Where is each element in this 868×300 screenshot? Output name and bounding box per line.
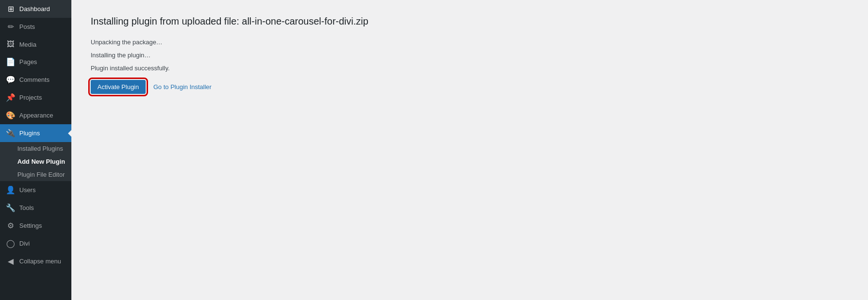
sidebar-item-label: Media	[19, 41, 36, 48]
collapse-icon: ◀	[6, 257, 15, 266]
sidebar-item-label: Posts	[19, 23, 35, 30]
sidebar-item-dashboard[interactable]: ⊞ Dashboard	[0, 0, 71, 18]
sidebar-item-users[interactable]: 👤 Users	[0, 181, 71, 199]
sidebar-item-settings[interactable]: ⚙ Settings	[0, 217, 71, 235]
sidebar-item-label: Pages	[19, 58, 37, 65]
plugins-submenu: Installed Plugins Add New Plugin Plugin …	[0, 142, 71, 181]
sidebar-item-appearance[interactable]: 🎨 Appearance	[0, 106, 71, 124]
sidebar-item-label: Users	[19, 186, 36, 194]
sidebar-item-label: Appearance	[19, 112, 53, 119]
log-line-3: Plugin installed successfully.	[91, 64, 849, 74]
submenu-installed-plugins[interactable]: Installed Plugins	[0, 142, 71, 155]
sidebar-item-label: Plugins	[19, 130, 40, 137]
settings-icon: ⚙	[6, 221, 15, 230]
users-icon: 👤	[6, 185, 15, 195]
tools-icon: 🔧	[6, 203, 15, 212]
action-row: Activate Plugin Go to Plugin Installer	[91, 80, 849, 94]
go-to-installer-link[interactable]: Go to Plugin Installer	[153, 83, 212, 91]
sidebar-item-label: Projects	[19, 94, 42, 101]
activate-plugin-button[interactable]: Activate Plugin	[91, 80, 146, 94]
sidebar-item-media[interactable]: 🖼 Media	[0, 36, 71, 53]
sidebar-item-label: Dashboard	[19, 5, 50, 13]
log-line-2: Installing the plugin…	[91, 51, 849, 61]
sidebar-item-divi[interactable]: ◯ Divi	[0, 235, 71, 252]
appearance-icon: 🎨	[6, 111, 15, 120]
plugins-icon: 🔌	[6, 129, 15, 138]
posts-icon: ✏	[6, 22, 15, 31]
sidebar-item-label: Collapse menu	[19, 258, 61, 265]
divi-icon: ◯	[6, 239, 15, 248]
sidebar-item-posts[interactable]: ✏ Posts	[0, 18, 71, 36]
sidebar-item-plugins[interactable]: 🔌 Plugins	[0, 124, 71, 142]
sidebar-item-label: Divi	[19, 240, 30, 247]
comments-icon: 💬	[6, 75, 15, 84]
sidebar-item-label: Tools	[19, 204, 34, 211]
main-content: Installing plugin from uploaded file: al…	[71, 0, 868, 300]
submenu-add-new-plugin[interactable]: Add New Plugin	[0, 155, 71, 168]
sidebar-item-pages[interactable]: 📄 Pages	[0, 53, 71, 71]
sidebar-item-tools[interactable]: 🔧 Tools	[0, 199, 71, 217]
media-icon: 🖼	[6, 40, 15, 49]
page-title: Installing plugin from uploaded file: al…	[91, 14, 849, 28]
pages-icon: 📄	[6, 57, 15, 66]
log-line-1: Unpacking the package…	[91, 38, 849, 48]
projects-icon: 📌	[6, 93, 15, 102]
sidebar-item-projects[interactable]: 📌 Projects	[0, 89, 71, 106]
sidebar-item-label: Settings	[19, 222, 42, 229]
sidebar: ⊞ Dashboard ✏ Posts 🖼 Media 📄 Pages 💬 Co…	[0, 0, 71, 300]
dashboard-icon: ⊞	[6, 4, 15, 13]
sidebar-item-comments[interactable]: 💬 Comments	[0, 71, 71, 89]
sidebar-item-label: Comments	[19, 76, 50, 83]
sidebar-item-collapse[interactable]: ◀ Collapse menu	[0, 252, 71, 270]
submenu-plugin-file-editor[interactable]: Plugin File Editor	[0, 168, 71, 181]
